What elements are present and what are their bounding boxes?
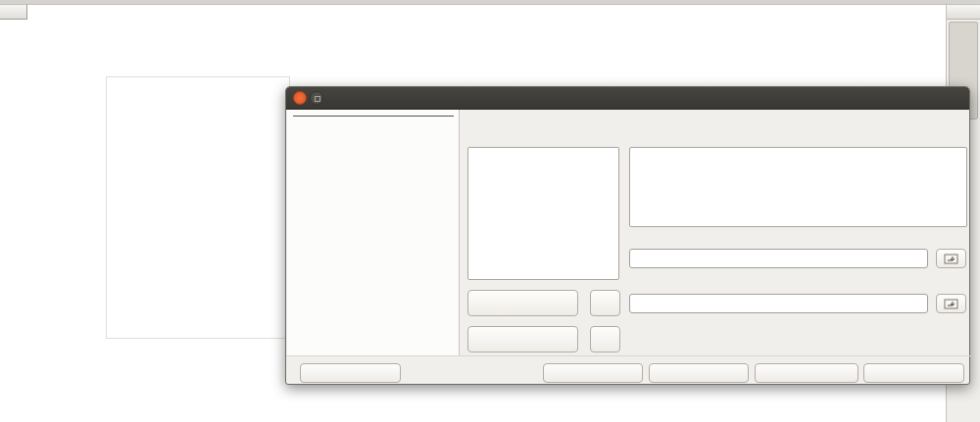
- help-button[interactable]: [300, 363, 401, 383]
- steps-panel: [287, 110, 460, 355]
- back-button[interactable]: [543, 363, 643, 383]
- cancel-button[interactable]: [863, 363, 964, 383]
- application-window: [0, 0, 980, 422]
- shrink-range-button-y[interactable]: [936, 249, 966, 268]
- finish-button[interactable]: [755, 363, 858, 383]
- categories-input[interactable]: [629, 294, 928, 313]
- next-button[interactable]: [649, 363, 749, 383]
- embedded-chart[interactable]: [106, 76, 290, 339]
- range-for-y-values-input[interactable]: [629, 249, 928, 268]
- dialog-titlebar[interactable]: [286, 87, 969, 110]
- data-ranges-listbox[interactable]: [629, 147, 967, 227]
- move-up-button[interactable]: [590, 290, 620, 316]
- chart-wizard-dialog: [285, 86, 970, 385]
- maximize-glyph: [315, 96, 320, 102]
- remove-button[interactable]: [467, 326, 578, 352]
- scrollbar-up-icon[interactable]: [947, 5, 980, 20]
- dialog-content: [460, 110, 971, 355]
- shrink-range-icon: [944, 254, 958, 264]
- add-button[interactable]: [467, 290, 578, 316]
- maximize-icon[interactable]: [310, 91, 323, 105]
- dialog-footer: [286, 355, 971, 385]
- close-icon[interactable]: [293, 91, 307, 105]
- select-all-corner[interactable]: [0, 5, 27, 20]
- data-series-listbox[interactable]: [467, 147, 619, 280]
- shrink-range-button-categories[interactable]: [936, 294, 966, 313]
- toolbar-edge: [0, 0, 980, 5]
- steps-divider: [293, 116, 454, 117]
- move-down-button[interactable]: [590, 326, 620, 352]
- shrink-range-icon: [944, 299, 958, 309]
